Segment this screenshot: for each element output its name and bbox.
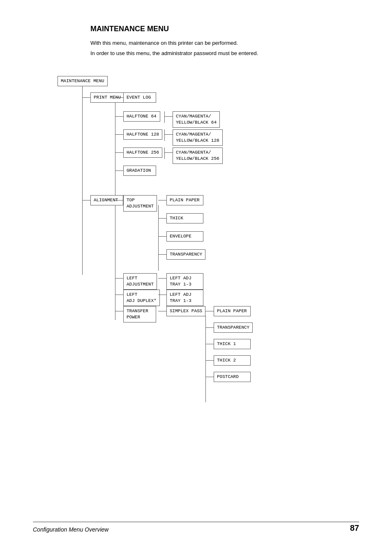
footer-divider bbox=[33, 522, 359, 522]
maintenance-menu-box: MAINTENANCE MENU bbox=[58, 76, 108, 86]
halftone-256-box: HALFTONE 256 bbox=[123, 147, 162, 158]
diagram: MAINTENANCE MENU PRINT MENU EVENT LOG HA… bbox=[33, 68, 359, 347]
footer-left-text: Configuration Menu Overview bbox=[33, 526, 108, 533]
left-adj-tray-1-box: LEFT ADJ TRAY 1-3 bbox=[166, 273, 203, 290]
page-title: MAINTENANCE MENU bbox=[90, 25, 359, 33]
transparency-top-box: TRANSPARENCY bbox=[166, 249, 205, 260]
cyan-256-box: CYAN/MAGENTA/ YELLOW/BLACK 256 bbox=[173, 147, 223, 164]
desc2: In order to use this menu, the administr… bbox=[90, 49, 359, 58]
simplex-pass-box: SIMPLEX PASS bbox=[166, 306, 205, 316]
transparency-simplex-box: TRANSPARENCY bbox=[214, 322, 253, 333]
halftone-128-box: HALFTONE 128 bbox=[123, 129, 162, 140]
event-log-box: EVENT LOG bbox=[123, 92, 156, 103]
envelope-box: ENVELOPE bbox=[166, 231, 203, 242]
footer-page-number: 87 bbox=[350, 523, 359, 533]
desc1: With this menu, maintenance on this prin… bbox=[90, 39, 359, 48]
thick1-simplex-box: THICK 1 bbox=[214, 339, 251, 349]
gradation-box: GRADATION bbox=[123, 166, 156, 176]
thick-box: THICK bbox=[166, 213, 203, 223]
halftone-64-box: HALFTONE 64 bbox=[123, 111, 160, 122]
left-adj-tray-2-box: LEFT ADJ TRAY 1-3 bbox=[166, 290, 203, 306]
left-adjustment-box: LEFT ADJUSTMENT bbox=[123, 273, 157, 290]
top-adjustment-box: TOP ADJUSTMENT bbox=[123, 195, 157, 212]
cyan-64-box: CYAN/MAGENTA/ YELLOW/BLACK 64 bbox=[173, 111, 220, 128]
postcard-simplex-box: POSTCARD bbox=[214, 372, 251, 382]
page: MAINTENANCE MENU With this menu, mainten… bbox=[0, 0, 392, 555]
left-adj-duplex-box: LEFT ADJ DUPLEX* bbox=[123, 290, 160, 306]
thick2-simplex-box: THICK 2 bbox=[214, 355, 251, 366]
plain-paper-top-box: PLAIN PAPER bbox=[166, 195, 203, 205]
transfer-power-box: TRANSFER POWER bbox=[123, 306, 156, 323]
plain-paper-simplex-box: PLAIN PAPER bbox=[214, 306, 251, 316]
cyan-128-box: CYAN/MAGENTA/ YELLOW/BLACK 128 bbox=[173, 129, 223, 146]
